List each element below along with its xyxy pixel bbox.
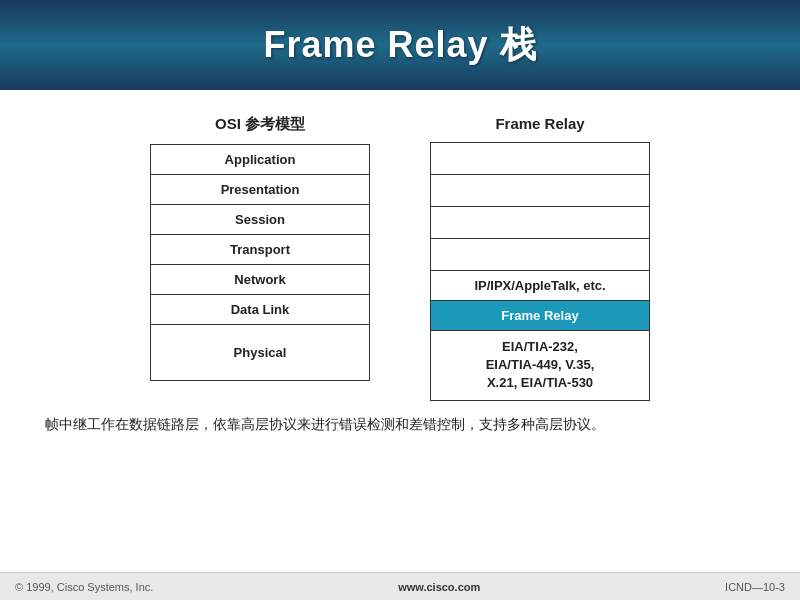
table-row (431, 207, 650, 239)
table-row (431, 143, 650, 175)
fr-row-physical: EIA/TIA-232,EIA/TIA-449, V.35,X.21, EIA/… (431, 331, 650, 401)
fr-table: IP/IPX/AppleTalk, etc. Frame Relay EIA/T… (430, 142, 650, 401)
header: Frame Relay 栈 (0, 0, 800, 90)
fr-row-empty-4 (431, 239, 650, 271)
version-text: ICND—10-3 (725, 581, 785, 593)
bottom-bar: © 1999, Cisco Systems, Inc. www.cisco.co… (0, 572, 800, 600)
copyright-text: © 1999, Cisco Systems, Inc. (15, 581, 153, 593)
osi-layer-physical: Physical (151, 325, 370, 381)
tables-section: OSI 参考模型 Application Presentation Sessio… (40, 115, 760, 401)
table-row: EIA/TIA-232,EIA/TIA-449, V.35,X.21, EIA/… (431, 331, 650, 401)
fr-row-network: IP/IPX/AppleTalk, etc. (431, 271, 650, 301)
osi-layer-presentation: Presentation (151, 175, 370, 205)
osi-column-title: OSI 参考模型 (215, 115, 305, 134)
osi-layer-session: Session (151, 205, 370, 235)
osi-layer-application: Application (151, 145, 370, 175)
table-row: Data Link (151, 295, 370, 325)
description-text: 帧中继工作在数据链路层，依靠高层协议来进行错误检测和差错控制，支持多种高层协议。 (40, 413, 760, 435)
website-text: www.cisco.com (398, 581, 480, 593)
osi-layer-datalink: Data Link (151, 295, 370, 325)
osi-layer-network: Network (151, 265, 370, 295)
table-row (431, 175, 650, 207)
slide: Frame Relay 栈 OSI 参考模型 Application Prese… (0, 0, 800, 600)
table-row: Network (151, 265, 370, 295)
osi-column: OSI 参考模型 Application Presentation Sessio… (150, 115, 370, 401)
osi-layer-transport: Transport (151, 235, 370, 265)
fr-column: Frame Relay (430, 115, 650, 401)
fr-row-empty-2 (431, 175, 650, 207)
table-row: Transport (151, 235, 370, 265)
table-row: Frame Relay (431, 301, 650, 331)
fr-row-empty-3 (431, 207, 650, 239)
fr-column-title: Frame Relay (495, 115, 584, 132)
table-row: Physical (151, 325, 370, 381)
fr-row-framerelay: Frame Relay (431, 301, 650, 331)
fr-row-empty-1 (431, 143, 650, 175)
slide-title: Frame Relay 栈 (263, 21, 536, 70)
osi-table: Application Presentation Session Transpo… (150, 144, 370, 381)
table-row: IP/IPX/AppleTalk, etc. (431, 271, 650, 301)
table-row: Session (151, 205, 370, 235)
content-area: OSI 参考模型 Application Presentation Sessio… (0, 90, 800, 572)
table-row: Presentation (151, 175, 370, 205)
table-row: Application (151, 145, 370, 175)
table-row (431, 239, 650, 271)
